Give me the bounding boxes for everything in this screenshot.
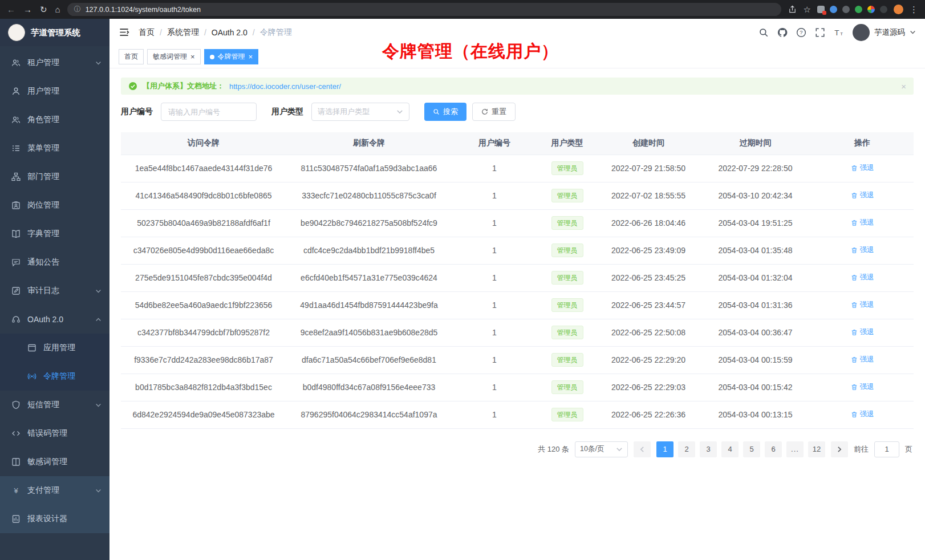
check-circle-icon [128,82,137,91]
sidebar-item-5[interactable]: 岗位管理 [0,191,109,220]
prev-page-button[interactable] [634,441,651,457]
user-id-cell: 1 [452,237,537,264]
green-ext-icon[interactable] [855,6,862,13]
breadcrumb-item[interactable]: OAuth 2.0 [212,28,248,37]
trash-icon [851,356,858,363]
chevron-down-icon [396,108,403,115]
browser-menu-icon[interactable]: ⋮ [910,5,918,14]
action-cell: 强退 [811,209,914,237]
tab-1[interactable]: 敏感词管理× [147,49,201,64]
reset-button[interactable]: 重置 [472,103,516,121]
tab-0[interactable]: 首页 [119,49,144,64]
github-icon[interactable] [777,27,788,38]
breadcrumb-separator: / [160,28,162,37]
browser-chrome: ←→↻⌂ ⓘ 127.0.0.1:1024/system/oauth2/toke… [0,0,925,19]
tab-close-icon[interactable]: × [249,53,253,60]
sidebar-item-10[interactable]: 应用管理 [0,334,109,362]
kick-button[interactable]: 强退 [851,409,874,419]
kick-button[interactable]: 强退 [851,300,874,310]
sidebar-item-label: 错误码管理 [27,428,67,439]
browser-back-icon[interactable]: ← [7,5,15,14]
share-icon[interactable] [788,5,797,14]
puzzle-ext-icon[interactable] [817,6,825,13]
page-button-12[interactable]: 12 [808,441,825,457]
sidebar-item-12[interactable]: 短信管理 [0,391,109,419]
alert-close-icon[interactable]: × [901,82,906,91]
kick-button[interactable]: 强退 [851,355,874,364]
sidebar-item-8[interactable]: 审计日志 [0,277,109,305]
refresh-token-cell: b0df4980ffd34c67a08f9156e4eee733 [286,374,452,401]
browser-actions: ☆ ⋮ [788,5,918,14]
sidebar-item-0[interactable]: 租户管理 [0,48,109,77]
columns-icon [11,457,21,466]
tab-2[interactable]: 令牌管理× [204,49,259,64]
browser-profile-avatar[interactable] [894,5,903,14]
kick-button[interactable]: 强退 [851,273,874,282]
goto-page-input[interactable] [874,441,899,457]
sidebar-item-3[interactable]: 菜单管理 [0,134,109,163]
url-bar[interactable]: ⓘ 127.0.0.1:1024/system/oauth2/token [67,3,781,16]
font-size-icon[interactable]: TT [834,27,844,38]
next-page-button[interactable] [831,441,848,457]
browser-refresh-icon[interactable]: ↻ [40,5,47,14]
kick-button[interactable]: 强退 [851,190,874,200]
search-button[interactable]: 搜索 [424,103,466,121]
page-button-2[interactable]: 2 [678,441,695,457]
pager-more-button[interactable]: ... [786,441,804,457]
blue-ext-icon[interactable] [830,6,837,13]
kick-button[interactable]: 强退 [851,218,874,228]
kick-button[interactable]: 强退 [851,382,874,392]
kick-button[interactable]: 强退 [851,327,874,337]
sidebar-item-2[interactable]: 角色管理 [0,105,109,134]
page-button-4[interactable]: 4 [721,441,739,457]
page-button-1[interactable]: 1 [656,441,674,457]
user-id-input[interactable] [161,103,257,121]
table-row: 41c41346a548490f9dc8b01c6bfe0865333ecfc7… [121,182,914,209]
browser-forward-icon[interactable]: → [23,5,32,14]
sidebar-item-6[interactable]: 字典管理 [0,220,109,248]
breadcrumb-item[interactable]: 系统管理 [167,27,199,38]
question-icon[interactable]: ? [796,27,806,38]
breadcrumb-separator: / [253,28,255,37]
gray-ext-icon[interactable] [842,6,850,13]
star-icon[interactable]: ☆ [804,5,811,14]
sidebar-item-13[interactable]: 错误码管理 [0,419,109,448]
sidebar-item-1[interactable]: 用户管理 [0,77,109,105]
site-info-icon[interactable]: ⓘ [74,5,81,14]
action-cell: 强退 [811,155,914,182]
sidebar-item-16[interactable]: 报表设计器 [0,505,109,533]
fullscreen-icon[interactable] [815,27,825,38]
breadcrumb-item[interactable]: 首页 [139,27,155,38]
user-menu[interactable]: 芋道源码 [853,24,916,41]
sidebar-item-14[interactable]: 敏感词管理 [0,448,109,476]
sidebar-item-7[interactable]: 通知公告 [0,248,109,277]
trash-icon [851,220,858,226]
created-time-cell: 2022-06-25 23:49:09 [597,237,700,264]
browser-home-icon[interactable]: ⌂ [55,5,60,14]
kick-button-label: 强退 [860,327,874,337]
kick-button[interactable]: 强退 [851,163,874,173]
sidebar-item-15[interactable]: ¥支付管理 [0,476,109,505]
trash-icon [851,192,858,199]
alert-doc-link[interactable]: https://doc.iocoder.cn/user-center/ [229,82,341,91]
created-time-cell: 2022-06-26 18:04:46 [597,209,700,237]
sidebar-logo[interactable]: 芋道管理系统 [0,19,109,46]
multi-ext-icon[interactable] [867,6,875,13]
page-button-3[interactable]: 3 [700,441,717,457]
user-type-select[interactable]: 请选择用户类型 [311,103,409,121]
svg-text:?: ? [800,29,802,35]
hamburger-icon[interactable] [119,27,129,38]
column-header: 创建时间 [597,132,700,155]
page-button-6[interactable]: 6 [765,441,782,457]
search-icon[interactable] [758,27,769,38]
sidebar-item-4[interactable]: 部门管理 [0,163,109,191]
action-cell: 强退 [811,346,914,374]
sidebar-item-11[interactable]: 令牌管理 [0,362,109,391]
tab-close-icon[interactable]: × [190,53,195,60]
chevron-down-icon [95,60,102,66]
page-button-5[interactable]: 5 [743,441,760,457]
sidebar-item-9[interactable]: OAuth 2.0 [0,305,109,334]
page-size-select[interactable]: 10条/页 [575,441,628,457]
kick-button[interactable]: 强退 [851,245,874,255]
dark-ext-icon[interactable] [880,6,887,13]
